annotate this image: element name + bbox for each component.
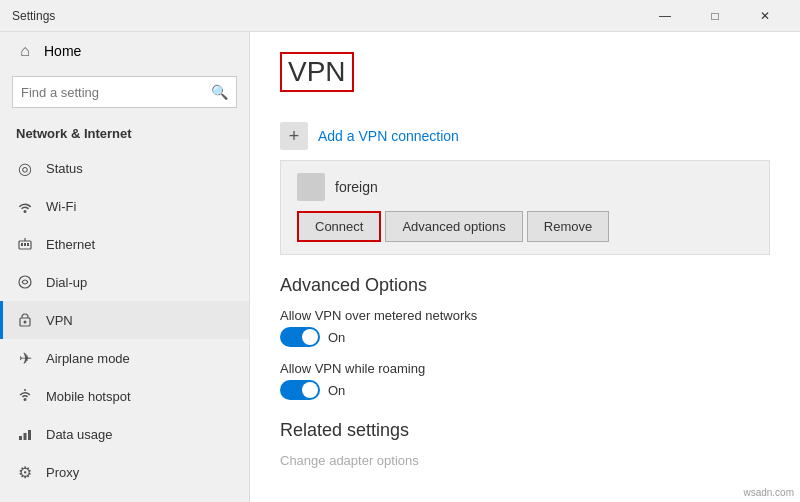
add-icon: + (280, 122, 308, 150)
change-adapter-link[interactable]: Change adapter options (280, 453, 770, 468)
roaming-label: Allow VPN while roaming (280, 361, 770, 376)
sidebar-item-vpn[interactable]: VPN (0, 301, 249, 339)
metered-networks-label: Allow VPN over metered networks (280, 308, 770, 323)
sidebar-item-data[interactable]: Data usage (0, 415, 249, 453)
main-content: VPN + Add a VPN connection foreign Conne… (250, 32, 800, 502)
roaming-toggle-text: On (328, 383, 345, 398)
sidebar-item-label: VPN (46, 313, 73, 328)
minimize-button[interactable]: — (642, 0, 688, 32)
svg-rect-10 (24, 433, 27, 440)
home-label: Home (44, 43, 81, 59)
metered-networks-row: Allow VPN over metered networks On (280, 308, 770, 347)
sidebar-item-ethernet[interactable]: Ethernet (0, 225, 249, 263)
page-title: VPN (280, 52, 354, 92)
status-icon: ◎ (16, 159, 34, 177)
sidebar-item-label: Mobile hotspot (46, 389, 131, 404)
roaming-toggle[interactable] (280, 380, 320, 400)
remove-button[interactable]: Remove (527, 211, 609, 242)
sidebar-item-label: Ethernet (46, 237, 95, 252)
add-vpn-label: Add a VPN connection (318, 128, 459, 144)
dialup-icon (16, 273, 34, 291)
svg-point-5 (19, 276, 31, 288)
svg-rect-3 (27, 243, 29, 246)
data-icon (16, 425, 34, 443)
sidebar-item-hotspot[interactable]: Mobile hotspot (0, 377, 249, 415)
metered-toggle-container: On (280, 327, 770, 347)
search-icon: 🔍 (211, 84, 228, 100)
advanced-options-heading: Advanced Options (280, 275, 770, 296)
app-title: Settings (12, 9, 55, 23)
vpn-icon (16, 311, 34, 329)
metered-toggle-text: On (328, 330, 345, 345)
vpn-item-header: foreign (297, 173, 753, 201)
svg-rect-1 (21, 243, 23, 246)
related-settings-heading: Related settings (280, 420, 770, 441)
svg-rect-9 (19, 436, 22, 440)
sidebar-item-status[interactable]: ◎ Status (0, 149, 249, 187)
sidebar-item-label: Status (46, 161, 83, 176)
sidebar-item-home[interactable]: ⌂ Home (0, 32, 249, 70)
sidebar-item-label: Data usage (46, 427, 113, 442)
advanced-options-button[interactable]: Advanced options (385, 211, 522, 242)
vpn-connection-name: foreign (335, 179, 378, 195)
sidebar-item-label: Dial-up (46, 275, 87, 290)
sidebar-item-dialup[interactable]: Dial-up (0, 263, 249, 301)
maximize-button[interactable]: □ (692, 0, 738, 32)
home-icon: ⌂ (16, 42, 34, 60)
airplane-icon: ✈ (16, 349, 34, 367)
app-container: ⌂ Home 🔍 Network & Internet ◎ Status Wi-… (0, 32, 800, 502)
proxy-icon: ⚙ (16, 463, 34, 481)
roaming-row: Allow VPN while roaming On (280, 361, 770, 400)
title-bar: Settings — □ ✕ (0, 0, 800, 32)
svg-rect-11 (28, 430, 31, 440)
close-button[interactable]: ✕ (742, 0, 788, 32)
svg-rect-2 (24, 243, 26, 246)
add-vpn-button[interactable]: + Add a VPN connection (280, 112, 770, 160)
search-input[interactable] (21, 85, 211, 100)
svg-point-7 (24, 321, 27, 324)
search-box[interactable]: 🔍 (12, 76, 237, 108)
ethernet-icon (16, 235, 34, 253)
roaming-toggle-container: On (280, 380, 770, 400)
vpn-action-buttons: Connect Advanced options Remove (297, 211, 753, 242)
sidebar-item-airplane[interactable]: ✈ Airplane mode (0, 339, 249, 377)
sidebar-item-proxy[interactable]: ⚙ Proxy (0, 453, 249, 491)
sidebar-section-title: Network & Internet (0, 118, 249, 149)
sidebar-item-label: Proxy (46, 465, 79, 480)
sidebar-item-label: Wi-Fi (46, 199, 76, 214)
watermark: wsadn.com (743, 487, 794, 498)
connect-button[interactable]: Connect (297, 211, 381, 242)
sidebar-item-wifi[interactable]: Wi-Fi (0, 187, 249, 225)
wifi-icon (16, 197, 34, 215)
window-controls: — □ ✕ (642, 0, 788, 32)
sidebar: ⌂ Home 🔍 Network & Internet ◎ Status Wi-… (0, 32, 250, 502)
sidebar-item-label: Airplane mode (46, 351, 130, 366)
vpn-connection-icon (297, 173, 325, 201)
hotspot-icon (16, 387, 34, 405)
metered-toggle[interactable] (280, 327, 320, 347)
vpn-connection-item: foreign Connect Advanced options Remove (280, 160, 770, 255)
